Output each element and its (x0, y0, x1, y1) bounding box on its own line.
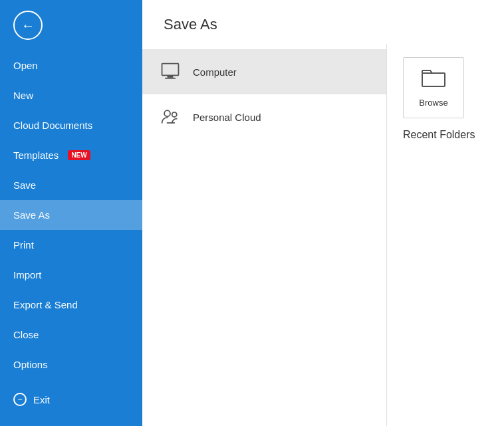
page-title: Save As (164, 16, 483, 33)
sidebar-item-label: Options (13, 359, 48, 370)
recent-folders-section: Recent Folders (403, 129, 488, 141)
sidebar-item-new[interactable]: New (0, 80, 142, 110)
svg-point-3 (164, 110, 170, 116)
browse-label: Browse (419, 98, 447, 108)
svg-rect-0 (162, 64, 179, 76)
sidebar-item-cloud-documents[interactable]: Cloud Documents (0, 110, 142, 140)
sidebar-item-label: Cloud Documents (13, 120, 92, 131)
main-content: Save As Computer (142, 0, 504, 426)
computer-icon (158, 61, 182, 82)
location-item-personal-cloud[interactable]: Personal Cloud (142, 94, 386, 140)
sidebar-item-label: Open (13, 60, 38, 71)
sidebar: ← Open New Cloud Documents Templates NEW… (0, 0, 142, 426)
sidebar-item-label: Templates (13, 150, 59, 161)
sidebar-item-label: Print (13, 239, 34, 251)
sidebar-navigation: Open New Cloud Documents Templates NEW S… (0, 51, 142, 383)
svg-rect-5 (422, 73, 445, 86)
browse-button[interactable]: Browse (403, 57, 464, 118)
back-arrow-icon: ← (21, 19, 35, 32)
sidebar-item-label: Close (13, 329, 39, 340)
exit-icon: − (13, 393, 27, 406)
sidebar-item-label: Import (13, 269, 42, 280)
sidebar-item-options[interactable]: Options (0, 350, 142, 379)
svg-rect-1 (168, 75, 174, 78)
recent-folders-title: Recent Folders (403, 129, 475, 140)
new-badge: NEW (68, 150, 90, 160)
sidebar-item-label: Save (13, 179, 36, 191)
sidebar-item-save[interactable]: Save (0, 170, 142, 200)
svg-point-4 (172, 112, 177, 117)
sidebar-back-section: ← (0, 0, 142, 51)
location-label: Computer (193, 66, 237, 78)
location-list: Computer Personal Cloud (142, 44, 387, 426)
sidebar-item-export-send[interactable]: Export & Send (0, 290, 142, 320)
sidebar-item-open[interactable]: Open (0, 51, 142, 80)
svg-rect-2 (165, 78, 176, 79)
main-header: Save As (142, 0, 504, 44)
main-body: Computer Personal Cloud (142, 44, 504, 426)
sidebar-item-label: Save As (13, 209, 50, 221)
personal-cloud-icon (158, 106, 182, 128)
right-panel: Browse Recent Folders (387, 44, 504, 426)
sidebar-item-templates[interactable]: Templates NEW (0, 140, 142, 170)
sidebar-item-label: New (13, 90, 33, 101)
back-button[interactable]: ← (13, 11, 43, 40)
sidebar-item-label: Export & Send (13, 299, 78, 310)
sidebar-item-save-as[interactable]: Save As (0, 200, 142, 230)
folder-icon (422, 68, 445, 92)
location-item-computer[interactable]: Computer (142, 49, 386, 94)
location-label: Personal Cloud (193, 112, 261, 123)
exit-button[interactable]: − Exit (0, 383, 142, 415)
exit-label: Exit (33, 394, 50, 405)
sidebar-item-import[interactable]: Import (0, 260, 142, 290)
sidebar-item-print[interactable]: Print (0, 230, 142, 260)
sidebar-item-close[interactable]: Close (0, 320, 142, 350)
